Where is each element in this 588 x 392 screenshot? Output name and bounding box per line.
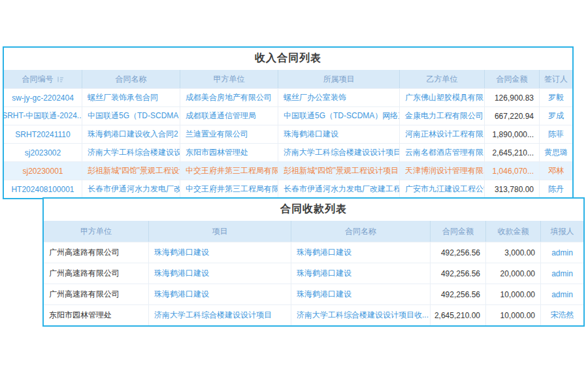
- income-table-row[interactable]: sw-jy-gc-2202404 螺丝厂装饰承包合同 成都美合房地产有限公司 螺…: [4, 88, 572, 106]
- cell-signer: 黄思璐: [540, 144, 572, 161]
- cell-amount: 667,220.94: [485, 107, 540, 125]
- column-header-reporter: 填报人: [541, 221, 583, 242]
- column-header-amount: 合同金额: [485, 70, 540, 88]
- cell-party-a: 东阳市园林管理处: [180, 144, 278, 161]
- cell-amount: 1,890,000...: [485, 125, 540, 143]
- cell-signer: 罗成: [540, 107, 572, 125]
- sort-lines-icon[interactable]: [57, 76, 64, 83]
- cell-amount: 1,046,070...: [485, 162, 540, 180]
- income-table-header-row: 合同编号 合同名称 甲方单位 所属项目 乙方单位 合同金额 签订人: [4, 70, 572, 88]
- cell-party-a: 广州高速路有限公司: [44, 242, 149, 263]
- cell-party-a: 中交王府井第三工程局有限...: [180, 162, 278, 180]
- cell-contract-no[interactable]: SRHT20241110: [4, 125, 82, 143]
- cell-project-link[interactable]: 珠海鹤港口建设: [149, 263, 291, 284]
- cell-party-a: 广州高速路有限公司: [44, 263, 149, 284]
- cell-signer: 陈菲: [540, 125, 572, 143]
- cell-contract-name-link[interactable]: 珠海鹤港口建设: [291, 284, 431, 304]
- cell-contract-name[interactable]: 中国联通5G（TD-SCDMA）...: [82, 107, 180, 125]
- cell-party-a: 东阳市园林管理处: [44, 305, 149, 325]
- income-table-row[interactable]: SRHT20241110 珠海鹤港口建设收入合同2 兰迪置业有限公司 珠海鹤港口…: [4, 125, 572, 143]
- cell-contract-amount: 492,256.56: [431, 284, 486, 304]
- column-header-party-a: 甲方单位: [180, 70, 278, 88]
- cell-contract-amount: 492,256.56: [431, 242, 486, 263]
- cell-received-amount: 20,000.00: [486, 263, 541, 284]
- cell-project: 长春市伊通河水力发电厂改建工程: [278, 180, 400, 198]
- receipt-table-row[interactable]: 广州高速路有限公司 珠海鹤港口建设 珠海鹤港口建设 492,256.56 3,0…: [44, 242, 583, 263]
- cell-signer: 罗毅: [540, 89, 572, 106]
- income-table-row-selected[interactable]: sj20230001 彭祖新城“四馆”景观工程设计... 中交王府井第三工程局有…: [4, 161, 572, 180]
- column-header-contract-no[interactable]: 合同编号: [4, 70, 82, 88]
- cell-contract-no[interactable]: HT202408100001: [4, 180, 82, 198]
- income-table-title: 收入合同列表: [4, 48, 572, 70]
- cell-party-a: 成都联通通信管理局: [180, 107, 278, 125]
- cell-project: 中国联通5G（TD-SCDMA）网络三...: [278, 107, 400, 125]
- column-header-project: 所属项目: [278, 70, 400, 88]
- contract-receipt-table: 合同收款列表 甲方单位 项目 合同名称 合同金额 收款金额 填报人 广州高速路有…: [42, 197, 585, 327]
- cell-contract-name[interactable]: 彭祖新城“四馆”景观工程设计...: [82, 162, 180, 180]
- cell-party-b: 河南正林设计工程有限...: [400, 125, 485, 143]
- income-table-row[interactable]: HT202408100001 长春市伊通河水力发电厂改... 中交王府井第三工程…: [4, 180, 572, 198]
- cell-received-amount: 3,000.00: [486, 242, 541, 263]
- cell-project: 珠海鹤港口建设: [278, 125, 400, 143]
- cell-contract-name-link[interactable]: 济南大学工科综合楼建设设计项目收...: [291, 305, 431, 325]
- cell-party-b: 云南名都酒店管理有限...: [400, 144, 485, 161]
- cell-reporter[interactable]: 宋浩然: [541, 305, 583, 325]
- cell-project-link[interactable]: 珠海鹤港口建设: [149, 284, 291, 304]
- cell-reporter[interactable]: admin: [541, 263, 583, 284]
- cell-party-b: 金康电力工程有限公司: [400, 107, 485, 125]
- cell-contract-name[interactable]: 长春市伊通河水力发电厂改...: [82, 180, 180, 198]
- cell-signer: 陈丹: [540, 180, 572, 198]
- receipt-table-row[interactable]: 广州高速路有限公司 珠海鹤港口建设 珠海鹤港口建设 492,256.56 10,…: [44, 284, 583, 304]
- cell-project: 彭祖新城“四馆”景观工程设计项目: [278, 162, 400, 180]
- receipt-table-row[interactable]: 广州高速路有限公司 珠海鹤港口建设 珠海鹤港口建设 492,256.56 20,…: [44, 263, 583, 284]
- cell-party-a: 广州高速路有限公司: [44, 284, 149, 304]
- receipt-table-header-row: 甲方单位 项目 合同名称 合同金额 收款金额 填报人: [44, 221, 583, 242]
- cell-contract-name-link[interactable]: 珠海鹤港口建设: [291, 242, 431, 263]
- cell-contract-no[interactable]: sj20230001: [4, 162, 82, 180]
- cell-party-a: 中交王府井第三工程局有限...: [180, 180, 278, 198]
- column-header-party-b: 乙方单位: [400, 70, 485, 88]
- cell-signer: 邓林: [540, 162, 572, 180]
- cell-project-link[interactable]: 济南大学工科综合楼建设设计项目: [149, 305, 291, 325]
- cell-contract-name-link[interactable]: 珠海鹤港口建设: [291, 263, 431, 284]
- column-header-party-a: 甲方单位: [44, 221, 149, 242]
- cell-contract-no[interactable]: sw-jy-gc-2202404: [4, 89, 82, 106]
- income-table-row[interactable]: SRHT-中国联通-2024... 中国联通5G（TD-SCDMA）... 成都…: [4, 106, 572, 125]
- cell-received-amount: 10,000.00: [486, 284, 541, 304]
- cell-contract-amount: 2,645,210.00: [431, 305, 486, 325]
- cell-received-amount: 10,000.00: [486, 305, 541, 325]
- column-header-received-amount: 收款金额: [486, 221, 541, 242]
- cell-amount: 2,645,210...: [485, 144, 540, 161]
- cell-amount: 126,900.83: [485, 89, 540, 106]
- cell-project-link[interactable]: 珠海鹤港口建设: [149, 242, 291, 263]
- cell-amount: 313,780.00: [485, 180, 540, 198]
- cell-contract-amount: 492,256.56: [431, 263, 486, 284]
- receipt-table-row[interactable]: 东阳市园林管理处 济南大学工科综合楼建设设计项目 济南大学工科综合楼建设设计项目…: [44, 304, 583, 325]
- cell-party-a: 成都美合房地产有限公司: [180, 89, 278, 106]
- receipt-table-title: 合同收款列表: [44, 199, 583, 221]
- column-header-contract-amount: 合同金额: [431, 221, 486, 242]
- column-header-contract-name: 合同名称: [291, 221, 431, 242]
- column-header-signer: 签订人: [540, 70, 572, 88]
- cell-reporter[interactable]: admin: [541, 284, 583, 304]
- cell-party-b: 广东佛山塑胶模具有限...: [400, 89, 485, 106]
- cell-party-a: 兰迪置业有限公司: [180, 125, 278, 143]
- income-contract-table: 收入合同列表 合同编号 合同名称 甲方单位 所属项目 乙方单位 合同金额 签订人…: [3, 46, 574, 199]
- cell-party-b: 天津博润设计管理有限...: [400, 162, 485, 180]
- cell-contract-no[interactable]: SRHT-中国联通-2024...: [4, 107, 82, 125]
- cell-contract-name[interactable]: 珠海鹤港口建设收入合同2: [82, 125, 180, 143]
- cell-project: 济南大学工科综合楼建设设计项目: [278, 144, 400, 161]
- cell-party-b: 广安市九江建设工程公司: [400, 180, 485, 198]
- cell-contract-name[interactable]: 螺丝厂装饰承包合同: [82, 89, 180, 106]
- column-header-project: 项目: [149, 221, 291, 242]
- column-header-contract-name: 合同名称: [82, 70, 180, 88]
- cell-reporter[interactable]: admin: [541, 242, 583, 263]
- income-table-row[interactable]: sj2023002 济南大学工科综合楼建设设... 东阳市园林管理处 济南大学工…: [4, 143, 572, 161]
- cell-contract-name[interactable]: 济南大学工科综合楼建设设...: [82, 144, 180, 161]
- cell-contract-no[interactable]: sj2023002: [4, 144, 82, 161]
- cell-project: 螺丝厂办公室装饰: [278, 89, 400, 106]
